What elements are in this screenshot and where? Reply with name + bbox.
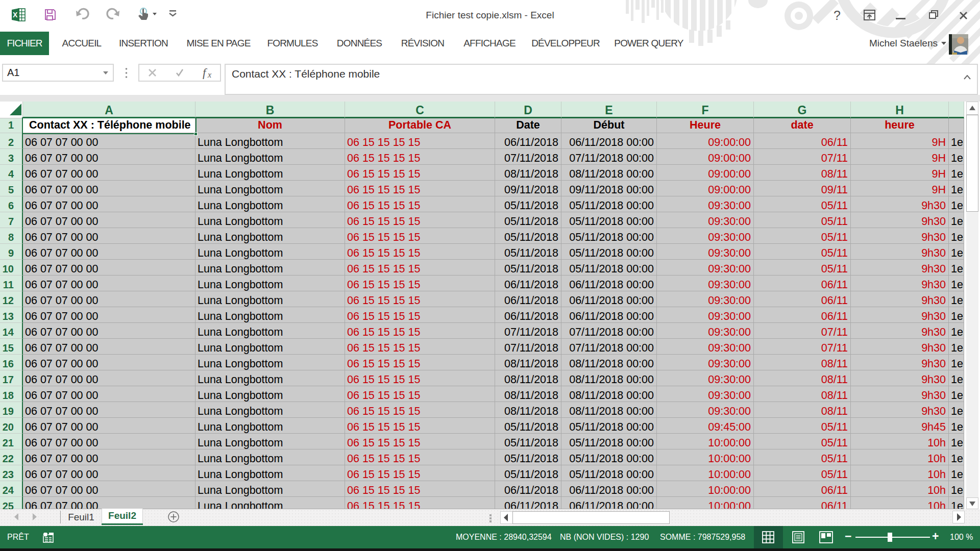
- svg-text:x: x: [207, 70, 211, 79]
- svg-text:f: f: [203, 66, 208, 79]
- svg-text:X: X: [13, 11, 18, 19]
- svg-text:?: ?: [834, 8, 841, 22]
